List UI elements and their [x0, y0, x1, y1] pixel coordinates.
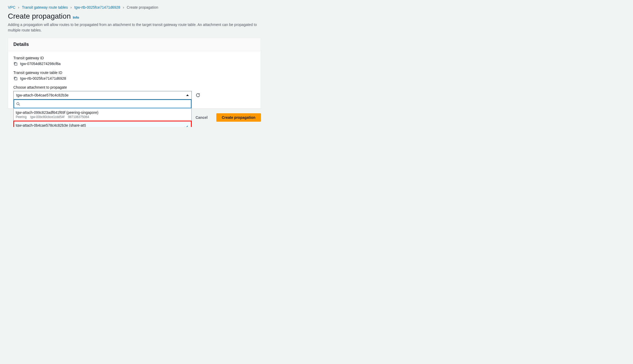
svg-rect-1	[15, 78, 17, 80]
attachment-select[interactable]: tgw-attach-0b4cae578c4c82b3e	[13, 91, 192, 99]
choose-attachment-label: Choose attachment to propagate	[13, 85, 255, 89]
breadcrumb: VPC › Transit gateway route tables › tgw…	[8, 5, 625, 9]
search-icon	[16, 102, 20, 106]
page-description: Adding a propagation will allow routes t…	[8, 22, 260, 33]
breadcrumb-link-table-id[interactable]: tgw-rtb-0025fce71471d6928	[74, 5, 120, 9]
tgw-id-label: Transit gateway ID	[13, 56, 255, 60]
panel-header: Details	[8, 38, 261, 51]
details-heading: Details	[13, 42, 255, 47]
svg-point-2	[17, 103, 19, 105]
refresh-icon	[196, 93, 200, 98]
check-icon	[184, 125, 188, 127]
svg-rect-0	[15, 63, 17, 65]
chevron-right-icon: ›	[18, 5, 19, 9]
tgw-id-value: tgw-07054d8274298cf8a	[20, 62, 61, 66]
info-link[interactable]: Info	[73, 15, 79, 19]
rtb-id-label: Transit gateway route table ID	[13, 71, 255, 75]
dropdown-option[interactable]: tgw-attach-0b4cae578c4c82b3e (share-att)…	[14, 121, 191, 127]
dropdown-search-input[interactable]	[22, 102, 189, 106]
svg-line-3	[19, 105, 20, 106]
dropdown-search[interactable]	[14, 99, 191, 108]
chevron-right-icon: ›	[123, 5, 124, 9]
copy-icon[interactable]	[13, 62, 18, 66]
chevron-right-icon: ›	[71, 5, 72, 9]
dropdown-option[interactable]: tgw-attach-099c823adf641f69f (peering-si…	[14, 108, 191, 121]
create-propagation-button[interactable]: Create propagation	[216, 113, 261, 122]
caret-up-icon	[186, 94, 189, 96]
option-title: tgw-attach-099c823adf641f69f (peering-si…	[16, 110, 188, 115]
attachment-dropdown: tgw-attach-099c823adf641f69f (peering-si…	[13, 99, 192, 127]
option-title: tgw-attach-0b4cae578c4c82b3e (share-att)	[16, 123, 188, 127]
option-meta: Peeringtgw-00bc80cbce1cdd54f987106375064	[16, 115, 188, 119]
details-panel: Details Transit gateway ID tgw-07054d827…	[8, 38, 261, 109]
page-title: Create propagation	[8, 12, 71, 20]
attachment-select-value: tgw-attach-0b4cae578c4c82b3e	[16, 93, 68, 97]
refresh-button[interactable]	[195, 92, 201, 98]
rtb-id-value: tgw-rtb-0025fce71471d6928	[20, 76, 66, 81]
copy-icon[interactable]	[13, 76, 18, 81]
breadcrumb-link-route-tables[interactable]: Transit gateway route tables	[22, 5, 68, 9]
breadcrumb-current: Create propagation	[127, 5, 158, 9]
cancel-button[interactable]: Cancel	[190, 113, 213, 122]
breadcrumb-link-vpc[interactable]: VPC	[8, 5, 15, 9]
